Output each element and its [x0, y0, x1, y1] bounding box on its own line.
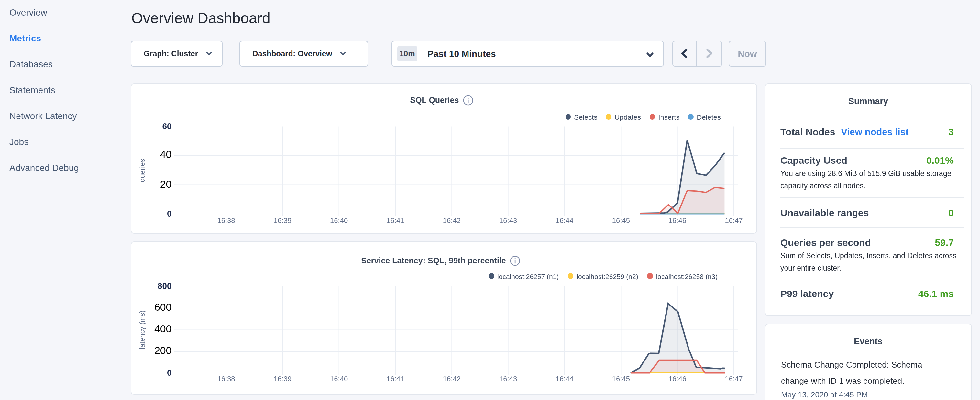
svg-text:16:39: 16:39	[274, 216, 291, 224]
svg-text:16:45: 16:45	[612, 216, 630, 224]
svg-text:16:43: 16:43	[499, 216, 517, 224]
svg-text:16:44: 16:44	[555, 375, 573, 383]
svg-text:0: 0	[167, 209, 172, 218]
svg-text:800: 800	[158, 281, 172, 291]
svg-text:16:43: 16:43	[499, 375, 517, 383]
svg-text:200: 200	[154, 345, 172, 356]
svg-text:16:39: 16:39	[274, 375, 291, 383]
svg-text:16:40: 16:40	[330, 216, 348, 224]
svg-text:16:45: 16:45	[612, 375, 630, 383]
svg-text:16:42: 16:42	[443, 375, 461, 383]
svg-text:20: 20	[160, 178, 172, 190]
svg-text:16:40: 16:40	[330, 375, 348, 383]
svg-text:latency (ms): latency (ms)	[138, 310, 146, 349]
svg-text:40: 40	[160, 148, 172, 160]
svg-text:0: 0	[167, 368, 172, 378]
svg-text:16:46: 16:46	[668, 375, 686, 383]
svg-text:400: 400	[154, 323, 172, 335]
svg-text:16:41: 16:41	[386, 375, 404, 383]
svg-text:16:41: 16:41	[386, 216, 404, 224]
svg-text:16:38: 16:38	[217, 216, 235, 224]
svg-text:16:42: 16:42	[443, 216, 461, 224]
svg-text:16:47: 16:47	[725, 216, 743, 224]
svg-text:16:44: 16:44	[555, 216, 573, 224]
svg-text:16:38: 16:38	[217, 375, 235, 383]
svg-text:16:47: 16:47	[725, 375, 743, 383]
svg-text:600: 600	[154, 301, 172, 313]
svg-text:16:46: 16:46	[668, 216, 686, 224]
svg-text:queries: queries	[138, 159, 146, 182]
svg-text:60: 60	[162, 121, 172, 131]
